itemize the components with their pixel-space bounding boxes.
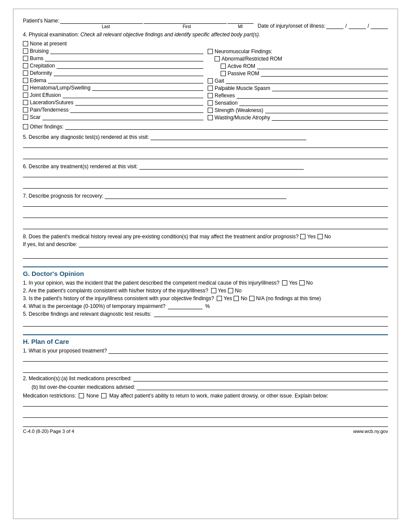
active-rom-checkbox[interactable]	[221, 64, 226, 69]
last-label: Last	[65, 24, 146, 29]
bruising-field[interactable]	[50, 48, 203, 54]
passive-rom-checkbox[interactable]	[221, 71, 226, 76]
gait-checkbox[interactable]	[208, 78, 213, 83]
passive-rom-field[interactable]	[261, 71, 388, 77]
g-q2-yes-checkbox[interactable]	[211, 288, 216, 293]
hematoma-label: Hematoma/Lump/Swelling	[30, 85, 90, 91]
burns-field[interactable]	[45, 55, 203, 61]
med-none-checkbox[interactable]	[79, 393, 84, 398]
patient-name-last[interactable]	[60, 17, 143, 24]
palpable-checkbox[interactable]	[208, 86, 213, 91]
section8-yes-label: Yes	[307, 234, 316, 240]
reflexes-field[interactable]	[237, 93, 388, 99]
h-q2b-field[interactable]	[137, 384, 388, 390]
palpable-field[interactable]	[272, 85, 388, 91]
pain-field[interactable]	[70, 107, 203, 113]
med-may-affect-label: May affect patient's ability to return t…	[109, 393, 328, 399]
g-q3-na-label: N/A (no findings at this time)	[256, 295, 321, 301]
g-q1-text: 1. In your opinion, was the incident tha…	[23, 280, 279, 286]
section7-line2[interactable]	[23, 212, 388, 218]
date-month[interactable]	[326, 22, 344, 29]
crepitation-label: Crepitation	[30, 63, 55, 69]
crepitation-checkbox[interactable]	[23, 63, 28, 68]
reflexes-checkbox[interactable]	[208, 93, 213, 98]
strength-checkbox[interactable]	[208, 108, 213, 113]
other-findings-field[interactable]	[65, 124, 388, 130]
section8-no-checkbox[interactable]	[318, 234, 323, 239]
active-rom-field[interactable]	[257, 63, 388, 69]
g-q5-line[interactable]	[23, 320, 388, 327]
patient-name-mi[interactable]	[228, 17, 254, 24]
joint-effusion-checkbox[interactable]	[23, 93, 28, 98]
g-q2-yes-label: Yes	[218, 288, 227, 294]
gait-field[interactable]	[226, 78, 388, 84]
deformity-checkbox[interactable]	[23, 71, 28, 76]
laceration-label: Laceration/Sutures	[30, 99, 74, 106]
g-q3-yes-checkbox[interactable]	[217, 296, 222, 301]
g-q4-field[interactable]	[168, 303, 202, 309]
section6-line1[interactable]	[23, 171, 388, 177]
h-q1-text: 1. What is your proposed treatment?	[23, 348, 107, 354]
h-q2a-field[interactable]	[133, 375, 388, 381]
section8-if-yes-field[interactable]	[79, 241, 388, 247]
other-findings-checkbox[interactable]	[23, 124, 28, 129]
section8-yes-checkbox[interactable]	[300, 234, 305, 239]
section6-field-inline[interactable]	[139, 163, 304, 170]
neuromuscular-checkbox[interactable]	[208, 49, 213, 54]
g-q1-no-checkbox[interactable]	[299, 280, 305, 285]
sensation-checkbox[interactable]	[208, 100, 213, 106]
h-q1-line2[interactable]	[23, 367, 388, 373]
joint-effusion-label: Joint Effusion	[30, 92, 61, 98]
med-restrictions-line2[interactable]	[23, 412, 388, 418]
gait-label: Gait	[215, 78, 224, 84]
g-q4-text: 4. What is the percentage (0-100%) of te…	[23, 303, 165, 309]
section5-field-inline[interactable]	[151, 134, 306, 140]
section7-line1[interactable]	[23, 201, 388, 207]
active-rom-label: Active ROM	[228, 63, 255, 69]
section6-line2[interactable]	[23, 183, 388, 189]
crepitation-field[interactable]	[57, 63, 203, 69]
pain-checkbox[interactable]	[23, 107, 28, 112]
section7-line3[interactable]	[23, 223, 388, 229]
hematoma-checkbox[interactable]	[23, 85, 28, 90]
g-q5-field[interactable]	[154, 311, 388, 317]
g-q3-no-checkbox[interactable]	[234, 296, 239, 301]
date-year[interactable]	[371, 22, 388, 29]
h-q1-field[interactable]	[109, 348, 388, 354]
g-q2-no-checkbox[interactable]	[228, 288, 233, 293]
g-q3-na-checkbox[interactable]	[249, 296, 254, 301]
g-q1-no-label: No	[306, 280, 313, 286]
section8-label: 8. Does the patient's medical history re…	[23, 234, 299, 240]
section7-field-inline[interactable]	[105, 193, 286, 199]
section8-line1[interactable]	[23, 253, 388, 259]
edema-checkbox[interactable]	[23, 78, 28, 83]
wasting-field[interactable]	[272, 115, 388, 121]
bruising-checkbox[interactable]	[23, 48, 28, 54]
date-label: Date of injury/onset of illness:	[258, 23, 326, 29]
none-at-present-checkbox[interactable]	[23, 41, 28, 46]
h-q1-line1[interactable]	[23, 356, 388, 362]
laceration-field[interactable]	[75, 99, 203, 106]
strength-field[interactable]	[265, 107, 389, 113]
med-may-affect-checkbox[interactable]	[101, 393, 106, 398]
scar-checkbox[interactable]	[23, 115, 28, 120]
med-restrictions-line1[interactable]	[23, 401, 388, 407]
joint-effusion-field[interactable]	[63, 92, 203, 98]
date-day[interactable]	[349, 22, 366, 29]
sensation-label: Sensation	[215, 100, 238, 106]
burns-checkbox[interactable]	[23, 56, 28, 61]
edema-field[interactable]	[48, 77, 203, 83]
patient-name-first[interactable]	[144, 17, 226, 24]
deformity-field[interactable]	[54, 70, 203, 76]
wasting-label: Wasting/Muscle Atrophy	[215, 115, 270, 121]
section5-line2[interactable]	[23, 153, 388, 159]
wasting-checkbox[interactable]	[208, 115, 213, 120]
sensation-field[interactable]	[239, 100, 388, 106]
abnormal-rom-checkbox[interactable]	[215, 56, 220, 61]
hematoma-field[interactable]	[92, 85, 203, 91]
section8-if-yes-label: If yes, list and describe:	[23, 241, 77, 247]
scar-field[interactable]	[42, 114, 203, 120]
g-q1-yes-checkbox[interactable]	[282, 280, 287, 285]
laceration-checkbox[interactable]	[23, 100, 28, 105]
section5-line1[interactable]	[23, 142, 388, 148]
